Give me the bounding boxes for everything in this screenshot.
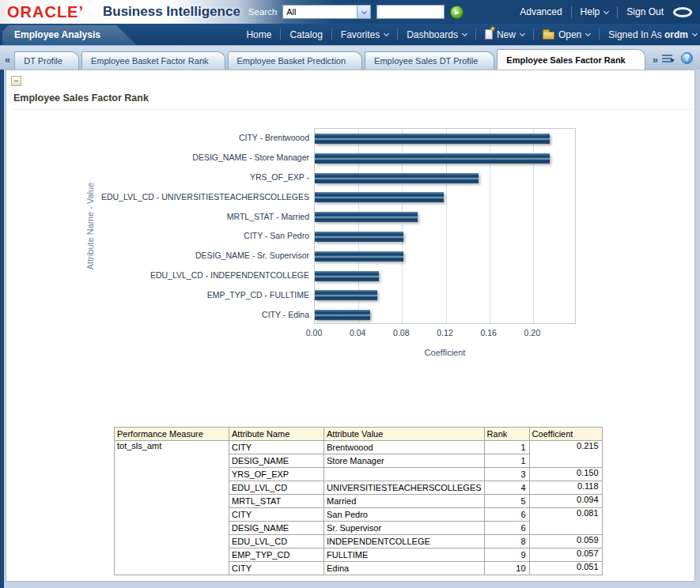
rank-cell: 6 — [484, 522, 529, 535]
title-divider — [12, 109, 691, 110]
collapse-section-icon[interactable]: − — [11, 76, 21, 86]
attribute-name-cell: CITY — [229, 562, 324, 575]
advanced-link[interactable]: Advanced — [520, 6, 562, 17]
nav-item-home[interactable]: Home — [246, 29, 271, 40]
nav-item-open[interactable]: Open — [543, 29, 590, 40]
open-folder-icon — [543, 32, 554, 40]
performance-measure-cell: tot_sls_amt — [115, 441, 229, 575]
search-area: Search All ▶ — [248, 5, 464, 19]
oracle-ring-icon — [673, 7, 692, 17]
separator — [280, 28, 281, 40]
factor-rank-table-wrap: Performance MeasureAttribute NameAttribu… — [114, 427, 603, 575]
bar-edu-lvl-cd-universitiesteacherscolleges[interactable] — [315, 192, 444, 202]
bar-yrs-of-exp[interactable] — [315, 173, 479, 183]
factor-rank-table: Performance MeasureAttribute NameAttribu… — [114, 427, 603, 575]
tab-scroll-right[interactable]: » — [653, 54, 658, 66]
attribute-name-cell: MRTL_STAT — [229, 495, 324, 508]
attribute-value-cell: Edina — [324, 562, 485, 575]
tab-employee-basket-prediction[interactable]: Employee Basket Prediction — [228, 51, 363, 70]
separator — [571, 6, 572, 18]
attribute-value-cell: Store Manager — [324, 454, 485, 468]
coefficient-cell: 0.081 — [529, 508, 602, 535]
tab-employee-sales-dt-profile[interactable]: Employee Sales DT Profile — [365, 51, 494, 70]
category-label: EDU_LVL_CD - INDEPENDENTCOLLEGE — [6, 270, 309, 281]
page-title: Employee Sales Factor Rank — [13, 92, 149, 104]
top-header-bar: ORACLE’ Business Intelligence Search All… — [0, 0, 700, 24]
page-options-icon[interactable] — [662, 55, 672, 62]
column-header-rank: Rank — [484, 428, 529, 441]
tab-employee-sales-factor-rank[interactable]: Employee Sales Factor Rank — [497, 49, 645, 70]
rank-cell: 4 — [484, 481, 529, 495]
category-label: CITY - San Pedro — [6, 231, 309, 241]
attribute-name-cell: DESIG_NAME — [229, 522, 324, 535]
help-menu[interactable]: Help — [581, 6, 609, 17]
bar-desig-name-store-manager[interactable] — [315, 153, 550, 164]
nav-item-new[interactable]: New — [485, 29, 524, 40]
attribute-name-cell: CITY — [229, 441, 324, 454]
table-row: tot_sls_amtCITYBrentwoood10.215 — [115, 441, 603, 454]
bar-city-san-pedro[interactable] — [315, 232, 403, 242]
separator — [599, 28, 600, 40]
bar-edu-lvl-cd-independentcollege[interactable] — [315, 271, 379, 281]
bar-desig-name-sr-supervisor[interactable] — [315, 251, 403, 262]
chart-x-axis-title: Coefficient — [425, 348, 466, 357]
x-tick-label: 0.00 — [306, 328, 322, 337]
rank-cell: 6 — [484, 508, 529, 522]
search-go-button[interactable]: ▶ — [450, 6, 464, 19]
left-edge-strip — [0, 70, 4, 588]
rank-cell: 3 — [484, 468, 529, 481]
factor-rank-bar-chart: Attribute Name - Value 0.000.040.080.120… — [6, 124, 596, 365]
dashboard-content-panel: − Employee Sales Factor Rank Attribute N… — [6, 70, 695, 582]
attribute-value-cell: Brentwoood — [324, 441, 485, 454]
nav-item-favorites[interactable]: Favorites — [341, 29, 388, 40]
x-tick-label: 0.20 — [524, 328, 540, 337]
category-label: DESIG_NAME - Store Manager — [6, 153, 309, 163]
search-input[interactable] — [376, 5, 445, 19]
coefficient-cell: 0.059 — [529, 535, 602, 548]
help-icon[interactable]: ? — [681, 52, 693, 64]
attribute-value-cell: San Pedro — [324, 508, 485, 522]
separator — [475, 28, 476, 40]
chevron-down-icon — [520, 30, 525, 36]
attribute-value-cell — [324, 468, 485, 481]
bar-emp-typ-cd-fulltime[interactable] — [315, 290, 377, 300]
attribute-name-cell: DESIG_NAME — [229, 454, 324, 468]
separator — [533, 28, 534, 40]
chevron-down-icon — [384, 30, 389, 36]
category-label: CITY - Edina — [6, 310, 309, 320]
category-label: YRS_OF_EXP - — [6, 172, 309, 183]
x-tick-label: 0.12 — [437, 328, 452, 337]
column-header-attribute-value: Attribute Value — [324, 428, 485, 441]
sign-out-link[interactable]: Sign Out — [626, 6, 664, 17]
table-header-row: Performance MeasureAttribute NameAttribu… — [115, 428, 603, 441]
dashboard-tab-employee-analysis[interactable]: Employee Analysis — [2, 25, 137, 45]
bar-city-edina[interactable] — [315, 310, 370, 320]
tab-dt-profile[interactable]: DT Profile — [14, 51, 79, 70]
chevron-down-icon — [361, 8, 367, 13]
attribute-value-cell: Married — [324, 495, 485, 508]
search-label: Search — [248, 7, 277, 17]
search-scope-select[interactable]: All — [282, 5, 371, 19]
x-tick-label: 0.16 — [480, 328, 496, 337]
coefficient-cell: 0.215 — [529, 441, 602, 468]
chart-plot-area — [314, 128, 576, 324]
chevron-down-icon — [604, 9, 609, 14]
select-dropdown-button[interactable] — [357, 6, 370, 18]
nav-item-catalog[interactable]: Catalog — [289, 29, 322, 40]
separator — [617, 6, 618, 18]
column-header-coefficient: Coefficient — [529, 428, 602, 441]
attribute-value-cell: FULLTIME — [324, 548, 485, 562]
attribute-name-cell: EMP_TYP_CD — [229, 548, 324, 562]
coefficient-cell: 0.118 — [529, 481, 602, 495]
rank-cell: 5 — [484, 495, 529, 508]
bar-mrtl-stat-married[interactable] — [315, 212, 418, 222]
nav-item-signed-in-as[interactable]: Signed In As ordm — [608, 29, 697, 40]
rank-cell: 9 — [484, 548, 529, 562]
nav-item-dashboards[interactable]: Dashboards — [407, 29, 467, 40]
tab-employee-basket-factor-rank[interactable]: Employee Basket Factor Rank — [81, 51, 225, 70]
tab-scroll-left[interactable]: « — [5, 54, 10, 66]
bar-city-brentwoood[interactable] — [315, 134, 550, 144]
column-header-performance-measure: Performance Measure — [115, 428, 229, 441]
attribute-value-cell: UNIVERSITIESTEACHERSCOLLEGES — [324, 481, 485, 495]
rank-cell: 8 — [484, 535, 529, 548]
